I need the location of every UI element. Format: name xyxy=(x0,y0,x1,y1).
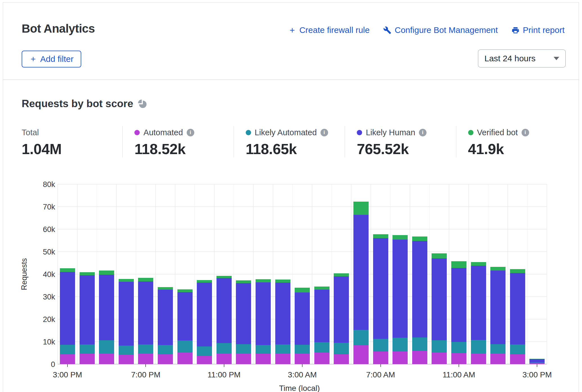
bar-segment xyxy=(177,341,193,352)
bar-segment xyxy=(256,354,271,364)
stat-verified-bot: Verified bot i 41.9k xyxy=(456,126,567,157)
bar-group-6-00-PM[interactable] xyxy=(119,279,134,364)
y-tick-label: 20k xyxy=(43,315,55,324)
bar-segment xyxy=(99,353,114,364)
configure-bot-management-link[interactable]: Configure Bot Management xyxy=(383,25,498,35)
bar-segment xyxy=(158,345,173,354)
bar-segment xyxy=(451,261,466,268)
bar-segment xyxy=(275,344,290,354)
print-report-link[interactable]: Print report xyxy=(511,25,565,35)
bar-segment xyxy=(412,337,427,351)
bar-segment xyxy=(373,339,388,352)
bar-group-5-00-AM[interactable] xyxy=(334,273,349,364)
bar-group-3-00-AM[interactable] xyxy=(295,288,310,364)
bar-group-2-00-AM[interactable] xyxy=(275,280,290,364)
bar-segment xyxy=(334,343,349,354)
pie-chart-icon xyxy=(138,99,147,109)
bar-segment xyxy=(138,344,153,354)
bar-group-9-00-AM[interactable] xyxy=(412,236,427,364)
bar-segment xyxy=(314,342,330,353)
bar-group-11-00-PM[interactable] xyxy=(216,276,232,364)
bar-segment xyxy=(256,282,271,345)
plus-icon xyxy=(288,26,296,34)
bar-group-5-00-PM[interactable] xyxy=(99,271,114,364)
y-tick-label: 80k xyxy=(43,180,55,189)
bar-group-10-00-PM[interactable] xyxy=(197,280,212,364)
stat-likely-automated: Likely Automated i 118.65k xyxy=(234,126,345,157)
bar-segment xyxy=(334,276,349,343)
bar-segment xyxy=(236,283,251,344)
bar-group-3-00-PM[interactable] xyxy=(529,359,545,364)
bar-group-8-00-AM[interactable] xyxy=(392,235,408,364)
info-icon[interactable]: i xyxy=(419,129,427,136)
bar-segment xyxy=(80,354,95,364)
bar-segment xyxy=(334,354,349,364)
bar-group-7-00-PM[interactable] xyxy=(138,278,153,364)
add-filter-label: Add filter xyxy=(40,54,73,64)
bar-segment xyxy=(99,271,114,274)
bar-segment xyxy=(432,253,447,258)
section-header: Requests by bot score xyxy=(22,98,147,110)
print-report-label: Print report xyxy=(523,25,565,35)
y-tick-label: 40k xyxy=(43,270,55,279)
verified-bot-dot-icon xyxy=(468,130,473,135)
bar-segment xyxy=(529,362,545,363)
bar-group-12-00-AM[interactable] xyxy=(236,280,251,364)
bar-segment xyxy=(432,258,447,340)
add-filter-button[interactable]: Add filter xyxy=(22,51,81,67)
bar-group-1-00-AM[interactable] xyxy=(256,279,271,364)
bar-segment xyxy=(412,236,427,241)
bar-group-9-00-PM[interactable] xyxy=(177,289,193,364)
bar-segment xyxy=(451,268,466,342)
bar-segment xyxy=(275,353,290,364)
bar-group-11-00-AM[interactable] xyxy=(451,261,466,364)
requests-by-bot-score-chart: 010k20k30k40k50k60k70k80k3:00 PM7:00 PM1… xyxy=(0,177,582,392)
info-icon[interactable]: i xyxy=(187,129,194,136)
stat-total-value: 1.04M xyxy=(22,141,122,157)
x-tick-label: 7:00 PM xyxy=(131,370,160,379)
stat-automated: Automated i 118.52k xyxy=(122,126,233,157)
page-title: Bot Analytics xyxy=(22,22,95,35)
bar-segment xyxy=(295,292,310,345)
section-title: Requests by bot score xyxy=(22,98,133,110)
stat-automated-label: Automated xyxy=(143,128,183,137)
bar-segment xyxy=(471,262,486,266)
bar-segment xyxy=(471,266,486,340)
bar-group-6-00-AM[interactable] xyxy=(353,202,369,364)
bar-group-12-00-PM[interactable] xyxy=(471,262,486,364)
bar-group-4-00-AM[interactable] xyxy=(314,287,330,364)
y-tick-label: 10k xyxy=(43,338,55,346)
bar-segment xyxy=(392,338,408,351)
bar-segment xyxy=(295,345,310,353)
bar-group-7-00-AM[interactable] xyxy=(373,234,388,364)
info-icon[interactable]: i xyxy=(522,129,529,136)
bar-segment xyxy=(138,278,153,281)
bar-segment xyxy=(197,283,212,346)
bar-segment xyxy=(197,356,212,364)
bar-segment xyxy=(236,344,251,354)
bar-segment xyxy=(353,345,369,364)
bar-group-3-00-PM[interactable] xyxy=(60,268,75,364)
bar-segment xyxy=(353,215,369,330)
wrench-icon xyxy=(383,26,391,34)
stat-likely-automated-label: Likely Automated xyxy=(255,128,317,137)
bar-segment xyxy=(490,344,506,354)
likely-human-dot-icon xyxy=(357,130,362,135)
automated-dot-icon xyxy=(134,130,140,135)
bar-group-10-00-AM[interactable] xyxy=(432,253,447,364)
time-range-select[interactable]: Last 24 hours xyxy=(478,49,566,67)
bar-segment xyxy=(216,353,232,364)
bar-group-8-00-PM[interactable] xyxy=(158,287,173,364)
bar-segment xyxy=(158,354,173,364)
y-tick-label: 50k xyxy=(43,248,55,256)
bar-group-1-00-PM[interactable] xyxy=(490,267,506,364)
bar-group-4-00-PM[interactable] xyxy=(80,272,95,364)
stat-automated-value: 118.52k xyxy=(134,141,233,157)
bar-segment xyxy=(177,352,193,364)
info-icon[interactable]: i xyxy=(321,129,328,136)
bar-group-2-00-PM[interactable] xyxy=(510,269,525,364)
bar-segment xyxy=(490,353,506,364)
bar-segment xyxy=(158,287,173,290)
create-firewall-rule-link[interactable]: Create firewall rule xyxy=(288,25,370,35)
bar-segment xyxy=(373,234,388,238)
